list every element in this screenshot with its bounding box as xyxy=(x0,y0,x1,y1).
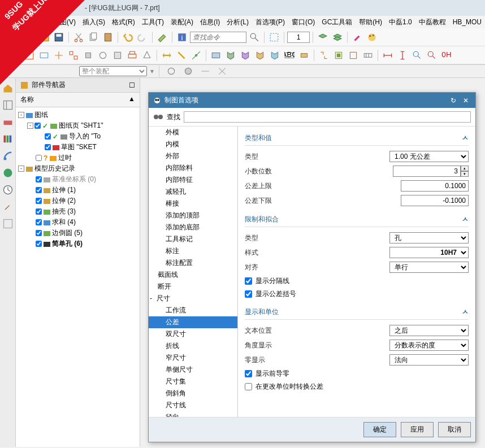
node-checkbox[interactable] xyxy=(36,187,42,193)
redo-icon[interactable] xyxy=(136,31,149,44)
tree-node[interactable]: -✓图纸页 "SHT1" xyxy=(18,120,137,131)
ab-2-icon[interactable] xyxy=(181,64,195,78)
menu-item[interactable]: 工具(T) xyxy=(140,16,166,28)
tb2-v4-icon[interactable] xyxy=(253,49,267,62)
node-checkbox[interactable] xyxy=(45,133,51,140)
tb2-v5-icon[interactable] xyxy=(268,49,282,62)
tree-node[interactable]: 简单孔 (6) xyxy=(18,238,137,249)
category-item[interactable]: 棒接 xyxy=(149,198,237,210)
menu-item[interactable]: HB_MOU xyxy=(451,17,484,27)
zero-display-select[interactable]: 法向 xyxy=(389,354,469,366)
node-checkbox[interactable] xyxy=(36,219,42,225)
nav-home-icon[interactable] xyxy=(2,82,14,94)
category-item[interactable]: 减轻孔 xyxy=(149,186,237,198)
tb2-dim2-icon[interactable] xyxy=(175,49,188,62)
lower-tolerance-input[interactable] xyxy=(401,195,469,206)
category-item[interactable]: 断开 xyxy=(149,281,237,293)
section-display-units[interactable]: 显示和单位ㅅ xyxy=(245,305,469,320)
menu-item[interactable]: 分析(L) xyxy=(224,16,251,28)
category-item[interactable]: 添加的底部 xyxy=(149,221,237,233)
tb2-c1-icon[interactable] xyxy=(317,49,331,62)
category-item[interactable]: 窄尺寸 xyxy=(149,352,237,364)
tb2-9-icon[interactable] xyxy=(140,49,154,62)
ok-button[interactable]: 确定 xyxy=(363,422,396,437)
category-item[interactable]: 添加的顶部 xyxy=(149,210,237,221)
apply-button[interactable]: 应用 xyxy=(401,422,434,437)
search-icon[interactable] xyxy=(248,31,261,44)
section-type-value[interactable]: 类型和值ㅅ xyxy=(245,131,469,146)
tolerance-type-select[interactable]: 1.00 无公差 xyxy=(389,151,469,162)
menu-item[interactable]: 插入(S) xyxy=(80,16,107,28)
tree-node[interactable]: 边倒圆 (5) xyxy=(18,228,137,238)
category-item[interactable]: -尺寸 xyxy=(149,293,237,305)
category-item[interactable]: 截面线 xyxy=(149,269,237,281)
dialog-close-icon[interactable]: ✕ xyxy=(461,97,471,105)
tb2-v3-icon[interactable] xyxy=(239,49,252,62)
cut-icon[interactable] xyxy=(72,31,85,44)
tb2-10h7-icon[interactable]: 10H7 xyxy=(440,49,453,62)
nav-books-icon[interactable] xyxy=(2,133,14,145)
menu-item[interactable]: 装配(A) xyxy=(168,16,196,28)
category-item[interactable]: 尺寸线 xyxy=(149,399,237,411)
tb2-dim-h-icon[interactable] xyxy=(381,49,395,62)
show-parentheses-checkbox[interactable] xyxy=(245,290,252,298)
upper-tolerance-input[interactable] xyxy=(401,180,469,192)
decimal-places-spinner[interactable]: ▴▾ xyxy=(393,166,469,177)
open-icon[interactable] xyxy=(37,31,51,44)
category-item[interactable]: 外部 xyxy=(149,150,237,162)
fit-icon[interactable] xyxy=(267,31,281,44)
fit-type-select[interactable]: 孔 xyxy=(389,232,469,243)
category-item[interactable]: 径向 xyxy=(149,411,237,417)
menu-item[interactable]: 视图(V) xyxy=(51,16,78,28)
command-search-input[interactable] xyxy=(190,32,246,43)
tb2-c3-icon[interactable] xyxy=(347,49,360,62)
tree-node[interactable]: 抽壳 (3) xyxy=(18,206,137,217)
convert-units-checkbox[interactable] xyxy=(245,383,252,390)
category-item[interactable]: 折线 xyxy=(149,340,237,352)
category-item[interactable]: 内部特征 xyxy=(149,174,237,186)
menu-item[interactable]: 格式(R) xyxy=(110,16,137,28)
highlight-icon[interactable] xyxy=(155,31,169,44)
cancel-button[interactable]: 取消 xyxy=(438,422,471,437)
tb2-zoom-icon[interactable] xyxy=(425,49,439,62)
brush-icon[interactable] xyxy=(350,31,364,44)
tb2-v6-icon[interactable] xyxy=(297,49,311,62)
node-checkbox[interactable] xyxy=(36,176,42,182)
save-icon[interactable] xyxy=(52,31,66,44)
assembly-scope-select[interactable]: 整个装配 xyxy=(79,66,147,76)
category-item[interactable]: 单侧尺寸 xyxy=(149,364,237,376)
navigator-menu-icon[interactable]: ☐ xyxy=(129,81,135,89)
nav-blank-icon[interactable] xyxy=(2,218,14,229)
undo-icon[interactable] xyxy=(121,31,135,44)
tb2-dim3-icon[interactable] xyxy=(189,49,203,62)
category-item[interactable]: 标注配置 xyxy=(149,257,237,269)
node-checkbox[interactable] xyxy=(34,123,41,129)
menu-item[interactable]: 信息(I) xyxy=(198,16,222,28)
category-item[interactable]: 倒斜角 xyxy=(149,388,237,399)
expander-icon[interactable]: - xyxy=(18,112,24,118)
tree-node[interactable]: ✓导入的 "To xyxy=(18,131,137,142)
tb2-abc-icon[interactable]: ABC xyxy=(283,49,296,62)
ab-4-icon[interactable] xyxy=(215,64,229,78)
tree-node[interactable]: 基准坐标系 (0) xyxy=(18,174,137,185)
navigator-column-header[interactable]: 名称▲ xyxy=(16,93,140,107)
palette-icon[interactable] xyxy=(365,31,379,44)
show-separator-checkbox[interactable] xyxy=(245,277,252,285)
paste-icon[interactable] xyxy=(101,31,115,44)
tb2-2-icon[interactable] xyxy=(37,49,51,62)
tb2-1-icon[interactable] xyxy=(23,49,36,62)
angle-display-select[interactable]: 分数表示的度 xyxy=(389,340,469,351)
tb2-8-icon[interactable] xyxy=(125,49,139,62)
category-item[interactable]: 工作流 xyxy=(149,305,237,316)
tb2-find-icon[interactable] xyxy=(410,49,424,62)
expander-icon[interactable]: - xyxy=(27,123,33,129)
layer1-icon[interactable] xyxy=(316,31,330,44)
menu-item[interactable]: 中磊教程 xyxy=(417,16,448,28)
copy-icon[interactable] xyxy=(86,31,100,44)
category-item[interactable]: 标注 xyxy=(149,245,237,257)
node-checkbox[interactable] xyxy=(36,230,42,236)
nav-collapse-icon[interactable] xyxy=(2,99,14,111)
tb2-v2-icon[interactable] xyxy=(224,49,237,62)
tree-node[interactable]: 草图 "SKET xyxy=(18,142,137,153)
toolbar-number-input[interactable] xyxy=(287,32,310,43)
